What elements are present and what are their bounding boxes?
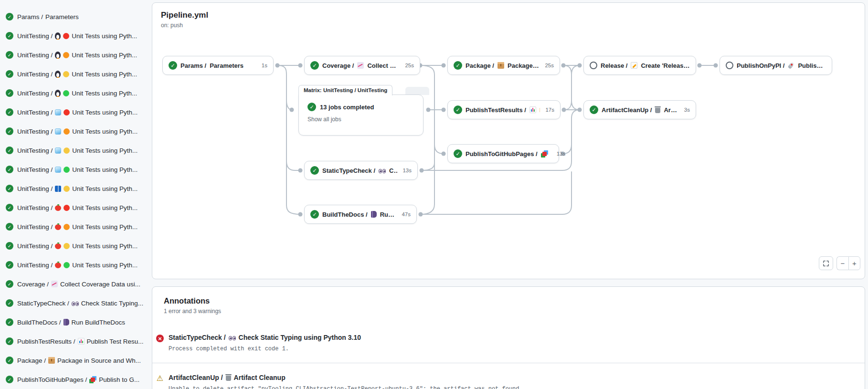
fullscreen-icon bbox=[823, 260, 829, 267]
job-prefix: StaticTypeCheck / bbox=[169, 334, 226, 341]
success-check-icon bbox=[6, 185, 13, 192]
show-all-jobs-link[interactable]: Show all jobs bbox=[307, 116, 341, 123]
dot-orange-icon bbox=[64, 224, 70, 230]
sidebar-job-item[interactable]: UnitTesting /Unit Tests using Pyth... bbox=[0, 255, 149, 274]
job-node-params[interactable]: Params /Parameters1s bbox=[162, 56, 274, 75]
sidebar-job-item[interactable]: Package /Package in Source and Wh... bbox=[0, 351, 149, 370]
dot-yellow-icon bbox=[63, 71, 69, 77]
chart-up-icon bbox=[357, 62, 364, 69]
job-text: Create 'Release P... bbox=[641, 62, 690, 69]
success-check-icon bbox=[6, 32, 13, 40]
sidebar-job-item[interactable]: PublishTestResults /Publish Test Resu... bbox=[0, 332, 149, 351]
success-check-icon bbox=[6, 166, 13, 173]
sidebar-job-item[interactable]: UnitTesting /Unit Tests using Pyth... bbox=[0, 198, 149, 217]
job-duration: 25s bbox=[543, 63, 554, 68]
success-check-icon bbox=[6, 376, 13, 383]
job-prefix: PublishTestResults / bbox=[466, 106, 526, 114]
skipped-icon bbox=[590, 62, 597, 69]
sidebar-job-item[interactable]: UnitTesting /Unit Tests using Pyth... bbox=[0, 217, 149, 236]
job-node-publish_to_ghpages[interactable]: PublishToGitHubPages /...13s bbox=[447, 144, 559, 163]
sidebar-job-item[interactable]: UnitTesting /Unit Tests using Pyth... bbox=[0, 84, 149, 103]
sidebar-job-item[interactable]: UnitTesting /Unit Tests using Pyth... bbox=[0, 64, 149, 84]
bar-chart-icon bbox=[78, 338, 85, 345]
dot-green-icon bbox=[64, 167, 70, 173]
sidebar-job-item[interactable]: Params /Parameters bbox=[0, 7, 149, 26]
dot-orange-icon bbox=[63, 52, 69, 58]
job-node-static_type_check[interactable]: StaticTypeCheck /Chec...13s bbox=[304, 161, 418, 180]
job-node-package[interactable]: Package /Package in So...25s bbox=[447, 56, 560, 75]
annotation-title-text: Artifact Cleanup bbox=[234, 374, 286, 381]
sidebar-job-label: Coverage /Collect Coverage Data usi... bbox=[17, 281, 140, 288]
dot-red-icon bbox=[64, 109, 70, 116]
job-prefix: UnitTesting / bbox=[17, 166, 53, 173]
pipeline-header: Pipeline.yml on: push bbox=[161, 11, 208, 29]
job-text: Pu... bbox=[540, 106, 540, 114]
zoom-out-button[interactable]: − bbox=[836, 256, 848, 270]
annotations-card: Annotations 1 error and 3 warnings Stati… bbox=[152, 286, 865, 389]
annotation-job-link[interactable]: ArtifactCleanUp /Artifact Cleanup bbox=[169, 374, 523, 381]
job-node-artifact_cleanup[interactable]: ArtifactCleanUp /Artifac...3s bbox=[583, 100, 696, 119]
sidebar-job-item[interactable]: UnitTesting /Unit Tests using Pyth... bbox=[0, 122, 149, 141]
sidebar-job-item[interactable]: UnitTesting /Unit Tests using Pyth... bbox=[0, 179, 149, 198]
job-text: Unit Tests using Pyth... bbox=[72, 52, 137, 59]
sidebar-job-item[interactable]: UnitTesting /Unit Tests using Pyth... bbox=[0, 103, 149, 122]
annotation-message: Unable to delete artifact "pyTooling.CLI… bbox=[169, 386, 523, 389]
warning-icon bbox=[156, 374, 164, 383]
sidebar-job-item[interactable]: UnitTesting /Unit Tests using Pyth... bbox=[0, 141, 149, 160]
success-check-icon bbox=[6, 242, 13, 250]
sidebar-job-item[interactable]: UnitTesting /Unit Tests using Pyth... bbox=[0, 236, 149, 255]
job-prefix: Release / bbox=[601, 62, 627, 69]
dot-yellow-icon bbox=[64, 243, 70, 249]
eyes-icon bbox=[379, 169, 386, 173]
workflow-trigger: on: push bbox=[161, 22, 208, 29]
zoom-controls: − + bbox=[836, 256, 860, 270]
sidebar-job-item[interactable]: UnitTesting /Unit Tests using Pyth... bbox=[0, 45, 149, 64]
job-node-publish_on_pypi[interactable]: PublishOnPyPI /Publish to ... bbox=[720, 56, 832, 75]
job-prefix: Params / bbox=[17, 13, 43, 21]
job-prefix: StaticTypeCheck / bbox=[322, 167, 375, 174]
sidebar-job-item[interactable]: BuildTheDocs /Run BuildTheDocs bbox=[0, 313, 149, 332]
success-check-icon bbox=[6, 51, 13, 59]
sidebar-job-label: UnitTesting /Unit Tests using Pyth... bbox=[17, 204, 138, 211]
job-text: Run BuildTheDocs bbox=[72, 319, 126, 326]
sidebar-job-label: PublishTestResults /Publish Test Resu... bbox=[17, 338, 144, 345]
job-duration: 13s bbox=[401, 168, 412, 173]
apple-icon bbox=[55, 205, 61, 211]
job-prefix: ArtifactCleanUp / bbox=[602, 106, 652, 114]
job-duration: 13s bbox=[555, 151, 566, 157]
job-node-build_the_docs[interactable]: BuildTheDocs /Run Buil...47s bbox=[304, 205, 417, 224]
job-node-release[interactable]: Release /Create 'Release P... bbox=[583, 56, 696, 75]
sidebar-job-item[interactable]: Coverage /Collect Coverage Data usi... bbox=[0, 274, 149, 294]
job-duration: 17s bbox=[543, 107, 554, 113]
annotations-summary: 1 error and 3 warnings bbox=[164, 308, 853, 315]
zoom-in-button[interactable]: + bbox=[848, 256, 860, 270]
sidebar-job-label: UnitTesting /Unit Tests using Pyth... bbox=[17, 52, 137, 59]
memo-icon bbox=[631, 62, 637, 69]
layers-icon bbox=[89, 376, 96, 383]
sidebar-job-item[interactable]: StaticTypeCheck /Check Static Typing... bbox=[0, 294, 149, 313]
job-node-publish_test_results[interactable]: PublishTestResults /Pu...17s bbox=[447, 100, 561, 119]
annotation-job-link[interactable]: StaticTypeCheck /Check Static Typing usi… bbox=[169, 334, 361, 341]
job-prefix: UnitTesting / bbox=[17, 109, 53, 116]
trash-icon bbox=[226, 376, 231, 381]
job-prefix: Package / bbox=[466, 62, 494, 69]
job-text: Chec... bbox=[389, 167, 397, 174]
bar-chart-icon bbox=[529, 106, 536, 113]
job-prefix: Coverage / bbox=[322, 62, 354, 69]
sidebar-job-label: BuildTheDocs /Run BuildTheDocs bbox=[17, 319, 125, 326]
sidebar-job-item[interactable]: UnitTesting /Unit Tests using Pyth... bbox=[0, 160, 149, 179]
job-prefix: UnitTesting / bbox=[17, 147, 53, 154]
matrix-node[interactable]: 13 jobs completed Show all jobs bbox=[298, 95, 423, 136]
job-text: Unit Tests using Pyth... bbox=[72, 166, 138, 173]
annotation-row: StaticTypeCheck /Check Static Typing usi… bbox=[152, 323, 865, 363]
sidebar-job-item[interactable]: PublishToGitHubPages /Publish to G... bbox=[0, 370, 149, 389]
annotations-list: StaticTypeCheck /Check Static Typing usi… bbox=[152, 323, 865, 389]
dot-red-icon bbox=[64, 205, 70, 211]
sidebar-job-item[interactable]: UnitTesting /Unit Tests using Pyth... bbox=[0, 26, 149, 45]
success-check-icon bbox=[6, 89, 13, 97]
fullscreen-button[interactable] bbox=[819, 256, 833, 270]
job-node-coverage[interactable]: Coverage /Collect Cove...25s bbox=[304, 56, 420, 75]
job-prefix: UnitTesting / bbox=[17, 71, 53, 78]
window-icon bbox=[55, 186, 61, 192]
job-prefix: PublishTestResults / bbox=[17, 338, 75, 345]
